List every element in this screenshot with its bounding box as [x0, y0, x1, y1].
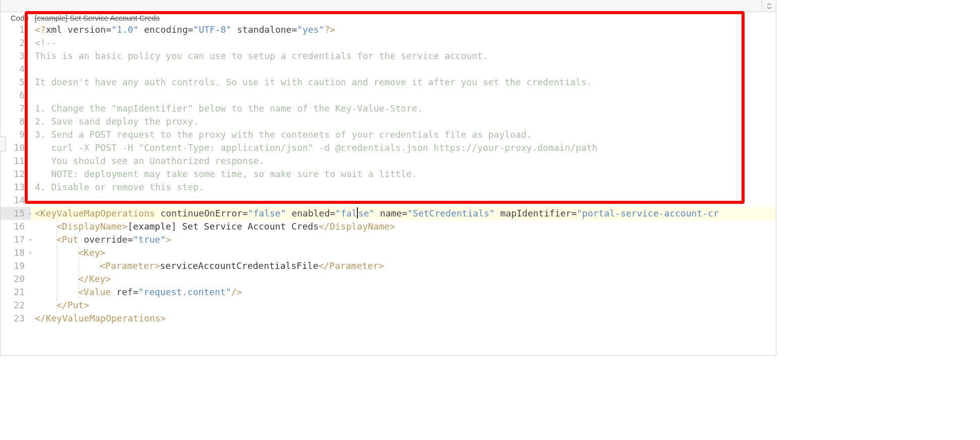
line-number: 15▾ — [1, 207, 31, 220]
line-number: 3 — [1, 49, 31, 63]
token: "fal — [335, 208, 357, 218]
side-tab-fragment[interactable] — [0, 136, 6, 151]
code-content[interactable]: This is an basic policy you can use to s… — [31, 49, 776, 63]
line-number: 4 — [1, 63, 31, 76]
code-line[interactable]: 17▾<Put override="true"> — [1, 233, 776, 246]
token: < — [78, 247, 84, 258]
code-content[interactable]: <Parameter>serviceAccountCredentialsFile… — [31, 259, 776, 272]
token: < — [56, 234, 62, 245]
token: = — [330, 208, 335, 218]
token: </ — [78, 273, 89, 284]
token: version — [68, 24, 106, 35]
token: mapIdentifier — [500, 208, 571, 218]
token: </ — [319, 221, 330, 232]
token: "false" — [248, 208, 286, 218]
token: > — [154, 260, 160, 271]
token: "request.content" — [138, 287, 231, 297]
token: </ — [319, 260, 330, 271]
line-number: 12 — [1, 168, 31, 181]
code-content[interactable]: </KeyValueMapOperations> — [31, 312, 776, 325]
code-content[interactable]: </Key> — [31, 272, 776, 286]
token: se" — [358, 208, 375, 218]
code-line[interactable]: 82. Save sand deploy the proxy. — [1, 115, 776, 128]
token: "SetCredentials" — [407, 208, 495, 218]
code-line[interactable]: 6 — [1, 89, 776, 102]
token: "true" — [133, 234, 166, 245]
token: enabled — [291, 208, 330, 218]
token: = — [242, 208, 248, 218]
line-number: 23 — [1, 312, 31, 325]
code-line[interactable]: 2<!-- — [1, 36, 776, 49]
panel-header-bar — [1, 0, 776, 12]
token: KeyValueMapOperations — [46, 313, 161, 323]
code-line[interactable]: 12 NOTE: deployment may take some time, … — [1, 168, 776, 181]
line-number: 11 — [1, 154, 31, 168]
token: Put — [62, 234, 79, 245]
code-content[interactable]: <Put override="true"> — [31, 233, 776, 246]
token: name — [380, 208, 402, 218]
code-line[interactable]: 15▾<KeyValueMapOperations continueOnErro… — [1, 207, 776, 220]
code-content[interactable] — [31, 89, 776, 102]
code-line[interactable]: 3This is an basic policy you can use to … — [1, 49, 776, 63]
token: NOTE: deployment may take some time, so … — [35, 169, 417, 179]
code-content[interactable] — [31, 63, 776, 76]
code-line[interactable]: 1<?xml version="1.0" encoding="UTF-8" st… — [1, 23, 776, 36]
token: KeyValueMapOperations — [40, 208, 155, 218]
code-line[interactable]: 23</KeyValueMapOperations> — [1, 312, 776, 325]
token: Key — [89, 273, 106, 284]
code-content[interactable]: 2. Save sand deploy the proxy. — [31, 115, 776, 128]
token: > — [100, 247, 105, 258]
code-line[interactable]: 134. Disable or remove this step. — [1, 181, 776, 194]
code-content[interactable]: It doesn't have any auth controls. So us… — [31, 76, 776, 89]
code-content[interactable]: <?xml version="1.0" encoding="UTF-8" sta… — [31, 23, 776, 36]
code-line[interactable]: 10 curl -X POST -H "Content-Type: applic… — [1, 141, 776, 154]
code-line[interactable]: 19<Parameter>serviceAccountCredentialsFi… — [1, 259, 776, 272]
code-line[interactable]: 20</Key> — [1, 272, 776, 286]
token: > — [122, 221, 128, 232]
code-content[interactable]: 4. Disable or remove this step. — [31, 181, 776, 194]
token — [111, 287, 116, 297]
token: = — [571, 208, 577, 218]
code-line[interactable]: 11 You should see an Unathorized respons… — [1, 154, 776, 168]
code-line[interactable]: 71. Change the "mapIdentifier" below to … — [1, 102, 776, 115]
code-content[interactable]: 3. Send a POST request to the proxy with… — [31, 128, 776, 141]
token: = — [402, 208, 407, 218]
token: < — [100, 260, 105, 271]
code-content[interactable]: <!-- — [31, 36, 776, 49]
token: /> — [231, 287, 242, 297]
code-content[interactable]: 1. Change the "mapIdentifier" below to t… — [31, 102, 776, 115]
code-content[interactable] — [31, 194, 776, 207]
token: Put — [68, 300, 84, 310]
code-content[interactable]: NOTE: deployment may take some time, so … — [31, 168, 776, 181]
code-content[interactable]: </Put> — [31, 299, 776, 312]
code-line[interactable]: 4 — [1, 63, 776, 76]
code-editor[interactable]: 1<?xml version="1.0" encoding="UTF-8" st… — [1, 23, 776, 355]
code-line[interactable]: 21<Value ref="request.content"/> — [1, 286, 776, 299]
line-number: 13 — [1, 181, 31, 194]
token: Parameter — [329, 260, 379, 271]
code-line[interactable]: 93. Send a POST request to the proxy wit… — [1, 128, 776, 141]
code-content[interactable]: <Value ref="request.content"/> — [31, 286, 776, 299]
token: = — [133, 287, 138, 297]
token — [375, 208, 380, 218]
code-content[interactable]: <DisplayName>[example] Set Service Accou… — [31, 220, 776, 233]
code-content[interactable]: curl -X POST -H "Content-Type: applicati… — [31, 141, 776, 154]
code-content[interactable]: <Key> — [31, 246, 776, 259]
line-number: 2 — [1, 36, 31, 49]
token: ?> — [324, 24, 335, 35]
code-line[interactable]: 14 — [1, 194, 776, 207]
token: Key — [84, 247, 100, 258]
token: Value — [84, 287, 111, 297]
code-line[interactable]: 16<DisplayName>[example] Set Service Acc… — [1, 220, 776, 233]
code-content[interactable]: You should see an Unathorized response. — [31, 154, 776, 168]
code-line[interactable]: 5It doesn't have any auth controls. So u… — [1, 76, 776, 89]
line-number: 17▾ — [1, 233, 31, 246]
code-line[interactable]: 22</Put> — [1, 299, 776, 312]
token: > — [379, 260, 384, 271]
code-content[interactable]: <KeyValueMapOperations continueOnError="… — [31, 207, 776, 220]
line-number: 8 — [1, 115, 31, 128]
code-line[interactable]: 18▾<Key> — [1, 246, 776, 259]
expand-button[interactable] — [762, 0, 776, 12]
token: continueOnError — [160, 208, 242, 218]
line-number: 20 — [1, 272, 31, 286]
